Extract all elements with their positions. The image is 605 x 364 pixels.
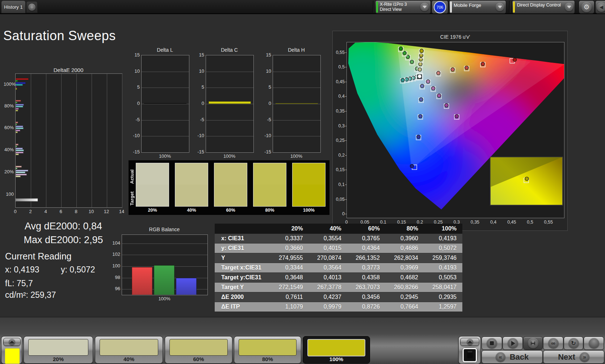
- row-label: ΔE 2000: [215, 292, 270, 302]
- collapse-panel-button[interactable]: ◀: [595, 0, 605, 14]
- bar: [16, 166, 22, 168]
- pattern-chip: [239, 339, 297, 356]
- avg-de2000-readout: Avg dE2000: 0,84: [4, 221, 123, 232]
- gridline: [142, 88, 189, 88]
- plus-icon: +: [28, 4, 35, 11]
- cie-1976-plot: [346, 42, 564, 218]
- rgb-y-tick: 96: [109, 286, 120, 291]
- deltae-group-label: 100: [4, 191, 14, 197]
- swatch-column: [214, 163, 247, 207]
- cie-y-tick: 0,25: [333, 138, 345, 143]
- pattern-strip-bar: 20%40%60%80%100% ∞ ↻ « Back Next »: [0, 317, 605, 364]
- deltae-x-tick: 12: [102, 209, 111, 214]
- deltae-group-label: 80%: [4, 103, 14, 109]
- cell: 274,9555: [270, 253, 309, 263]
- meter-mode: Direct View: [380, 7, 402, 12]
- workflow-dropdown[interactable]: Direct Display Control: [512, 0, 575, 14]
- cell: 259,3746: [424, 253, 462, 263]
- delta_h-plot: [273, 55, 321, 153]
- rgb-y-tick: 104: [109, 240, 120, 246]
- gridline: [31, 74, 31, 207]
- up-arrow-icon: [467, 339, 473, 345]
- play-button[interactable]: [503, 337, 523, 350]
- stop-button[interactable]: [482, 337, 502, 350]
- target-swatch: [136, 185, 169, 206]
- swatch-column: [175, 163, 208, 207]
- gridline: [273, 88, 320, 88]
- bar: [16, 170, 28, 172]
- bar: [16, 149, 24, 151]
- cell: 0,3960: [386, 234, 424, 244]
- table-row: Target x:CIE310,33440,35640,37730,39690,…: [215, 263, 462, 273]
- row-label: Target y:CIE31: [215, 273, 270, 283]
- meter-count-button[interactable]: 706: [432, 0, 448, 14]
- refresh-button[interactable]: ↻: [564, 337, 583, 350]
- y-tick: -15: [261, 149, 271, 155]
- up-arrow-icon: [9, 339, 15, 345]
- cie-x-tick: 0,4: [486, 220, 501, 225]
- bar: [16, 172, 25, 173]
- table-row: y: CIE310,36600,40150,43640,46860,5072: [215, 244, 462, 253]
- settings-button[interactable]: ⚙: [579, 0, 595, 14]
- refresh-icon: ↻: [568, 338, 579, 348]
- record-icon: [589, 338, 599, 348]
- source-dropdown[interactable]: Mobile Forge: [449, 0, 506, 14]
- pattern-window-button[interactable]: [462, 347, 478, 363]
- y-tick: 15: [130, 52, 140, 58]
- cell: 0,3660: [270, 244, 309, 253]
- cell: 0,4237: [309, 292, 347, 302]
- bar: [16, 175, 21, 177]
- cie-x-tick: 0,45: [504, 220, 519, 225]
- cie-y-tick: 0,2: [333, 153, 345, 158]
- cell: 272,1549: [270, 283, 309, 292]
- meter-dropdown[interactable]: X-Rite i1Pro 3 Direct View: [375, 0, 431, 14]
- pattern-level-label: 40%: [95, 356, 163, 362]
- gridline: [206, 136, 253, 136]
- strip-collapse-right-button[interactable]: [460, 338, 479, 346]
- cell: 0,8726: [347, 302, 386, 312]
- cell: 0,7664: [386, 302, 424, 312]
- pattern-preview-tile[interactable]: [1, 336, 22, 364]
- chart-title: DeltaE 2000: [15, 67, 122, 73]
- record-button[interactable]: [584, 337, 604, 350]
- cie-x-tick: 0,5: [523, 220, 537, 225]
- deltae-x-tick: 10: [87, 209, 96, 214]
- target-label: Target: [129, 189, 135, 208]
- gridline: [122, 74, 122, 207]
- pattern-level-button-40%[interactable]: 40%: [95, 336, 163, 364]
- bar: [16, 78, 29, 80]
- meter-status-accent: [376, 1, 378, 13]
- table-row: ΔE 20000,76110,42370,34560,29450,2935: [215, 292, 462, 302]
- strip-collapse-left-button[interactable]: [3, 338, 21, 346]
- rgb-y-tick: 98: [109, 275, 120, 280]
- deltae2000-chart: DeltaE 2000 100%80%60%40%20%100 02468101…: [4, 67, 123, 216]
- bar: [16, 153, 19, 155]
- pattern-level-button-20%[interactable]: 20%: [24, 336, 93, 364]
- interval-button[interactable]: [523, 337, 543, 350]
- bar: [16, 126, 23, 127]
- next-button[interactable]: Next »: [543, 350, 604, 364]
- pattern-level-label: 100%: [303, 356, 370, 362]
- x-tick: 100%: [141, 153, 189, 159]
- cell: 0,3765: [347, 234, 386, 244]
- rgb-bar-red: [132, 267, 152, 295]
- target-swatch: [214, 185, 247, 206]
- pattern-level-button-80%[interactable]: 80%: [234, 336, 301, 364]
- tab-history-1[interactable]: History 1: [1, 0, 26, 13]
- pattern-level-button-60%[interactable]: 60%: [165, 336, 232, 364]
- bar: [16, 100, 21, 102]
- bar: [16, 144, 18, 145]
- gridline: [142, 136, 189, 136]
- cell: 0,4682: [386, 273, 424, 283]
- deltae-group-label: 60%: [4, 125, 14, 130]
- pattern-level-button-100%[interactable]: 100%: [303, 336, 370, 364]
- bar: [16, 88, 17, 90]
- loop-button[interactable]: ∞: [543, 337, 563, 350]
- gridline: [206, 104, 253, 104]
- current-reading-heading: Current Reading: [5, 251, 71, 262]
- bar: [16, 80, 18, 82]
- back-button[interactable]: « Back: [482, 350, 543, 364]
- gridline: [107, 74, 107, 207]
- add-tab-button[interactable]: +: [26, 1, 38, 13]
- bar: [16, 145, 17, 147]
